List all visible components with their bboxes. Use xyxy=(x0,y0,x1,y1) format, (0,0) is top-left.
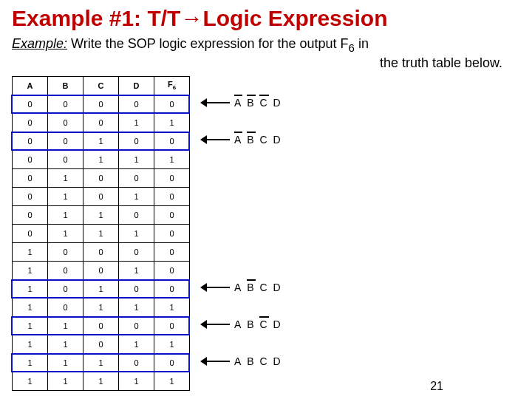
table-cell: 1 xyxy=(154,372,190,390)
table-cell: 1 xyxy=(48,224,83,242)
table-cell: 0 xyxy=(48,132,83,150)
table-row: 00011 xyxy=(13,113,190,132)
table-row: 00000 xyxy=(13,95,190,113)
table-cell: 1 xyxy=(119,372,154,390)
table-cell: 0 xyxy=(119,353,154,372)
table-cell: 0 xyxy=(48,261,83,279)
table-cell: 1 xyxy=(119,261,154,279)
table-row: 01100 xyxy=(13,205,190,224)
subtitle-lead: Example: xyxy=(12,36,67,51)
table-cell: 1 xyxy=(48,353,83,372)
arrow-icon xyxy=(200,282,230,293)
table-cell: 0 xyxy=(119,242,154,261)
term-row-11: A B C D xyxy=(200,282,282,293)
table-cell: 1 xyxy=(83,372,119,390)
table-cell: 0 xyxy=(119,316,154,335)
table-cell: 1 xyxy=(83,224,119,242)
table-cell: 0 xyxy=(83,261,119,279)
table-cell: 0 xyxy=(13,132,48,150)
subtitle-tail: in xyxy=(355,36,369,51)
term-row-15: A B C D xyxy=(200,355,282,367)
table-cell: 1 xyxy=(83,132,119,150)
table-cell: 0 xyxy=(13,224,48,242)
arrow-icon xyxy=(200,134,230,145)
table-cell: 0 xyxy=(119,279,154,298)
table-cell: 0 xyxy=(83,187,119,205)
table-cell: 1 xyxy=(119,113,154,132)
table-cell: 0 xyxy=(13,95,48,113)
slide-subtitle: Example: Write the SOP logic expression … xyxy=(12,35,520,72)
table-cell: 1 xyxy=(154,113,190,132)
content-row: A B C D F6 00000000110010000111010000101… xyxy=(12,76,520,394)
table-cell: 0 xyxy=(119,205,154,224)
table-cell: 1 xyxy=(119,335,154,353)
table-cell: 0 xyxy=(13,150,48,168)
table-cell: 0 xyxy=(154,279,190,298)
col-D: D xyxy=(119,76,154,95)
table-cell: 1 xyxy=(83,205,119,224)
subtitle-sub: 6 xyxy=(349,41,355,54)
table-cell: 1 xyxy=(83,279,119,298)
table-cell: 0 xyxy=(13,205,48,224)
table-row: 01010 xyxy=(13,187,190,205)
table-cell: 0 xyxy=(13,168,48,187)
table-cell: 1 xyxy=(13,372,48,390)
truth-table: A B C D F6 00000000110010000111010000101… xyxy=(12,76,190,391)
table-cell: 0 xyxy=(154,242,190,261)
table-cell: 1 xyxy=(83,298,119,316)
table-cell: 0 xyxy=(154,95,190,113)
table-cell: 0 xyxy=(83,316,119,335)
table-cell: 1 xyxy=(119,150,154,168)
table-cell: 0 xyxy=(154,316,190,335)
minterm-11: A B C D xyxy=(234,282,282,293)
col-A: A xyxy=(13,76,48,95)
table-cell: 0 xyxy=(154,261,190,279)
table-cell: 1 xyxy=(119,298,154,316)
table-cell: 0 xyxy=(48,150,83,168)
subtitle-rest: Write the SOP logic expression for the o… xyxy=(67,36,349,51)
terms-column: A B C D A B C D A B C D A B C D A B C D xyxy=(200,76,363,394)
table-cell: 1 xyxy=(154,335,190,353)
table-cell: 1 xyxy=(154,150,190,168)
table-row: 01000 xyxy=(13,168,190,187)
table-row: 11000 xyxy=(13,316,190,335)
table-cell: 0 xyxy=(154,205,190,224)
arrow-icon xyxy=(200,98,230,108)
table-cell: 0 xyxy=(119,132,154,150)
table-cell: 1 xyxy=(48,205,83,224)
table-cell: 0 xyxy=(154,187,190,205)
table-cell: 0 xyxy=(48,113,83,132)
table-cell: 0 xyxy=(83,242,119,261)
table-row: 10111 xyxy=(13,298,190,316)
table-cell: 1 xyxy=(119,187,154,205)
table-cell: 0 xyxy=(154,132,190,150)
col-F6: F6 xyxy=(154,76,190,95)
table-cell: 1 xyxy=(48,168,83,187)
table-cell: 1 xyxy=(13,316,48,335)
table-cell: 0 xyxy=(154,353,190,372)
table-cell: 0 xyxy=(48,279,83,298)
arrow-icon xyxy=(200,319,230,330)
table-row: 00111 xyxy=(13,150,190,168)
table-cell: 0 xyxy=(48,95,83,113)
minterm-1: A B C D xyxy=(234,97,282,109)
table-row: 00100 xyxy=(13,132,190,150)
table-cell: 1 xyxy=(13,261,48,279)
minterm-15: A B C D xyxy=(234,355,282,367)
table-cell: 0 xyxy=(119,168,154,187)
table-row: 01110 xyxy=(13,224,190,242)
table-cell: 1 xyxy=(48,372,83,390)
table-cell: 1 xyxy=(48,335,83,353)
table-row: 10010 xyxy=(13,261,190,279)
table-cell: 0 xyxy=(83,95,119,113)
term-row-13: A B C D xyxy=(200,318,282,330)
minterm-13: A B C D xyxy=(234,318,282,330)
col-B: B xyxy=(48,76,83,95)
table-cell: 0 xyxy=(13,113,48,132)
table-cell: 0 xyxy=(154,168,190,187)
table-cell: 0 xyxy=(154,224,190,242)
table-cell: 0 xyxy=(13,187,48,205)
table-cell: 0 xyxy=(83,335,119,353)
table-cell: 0 xyxy=(119,95,154,113)
term-row-1: A B C D xyxy=(200,97,282,109)
